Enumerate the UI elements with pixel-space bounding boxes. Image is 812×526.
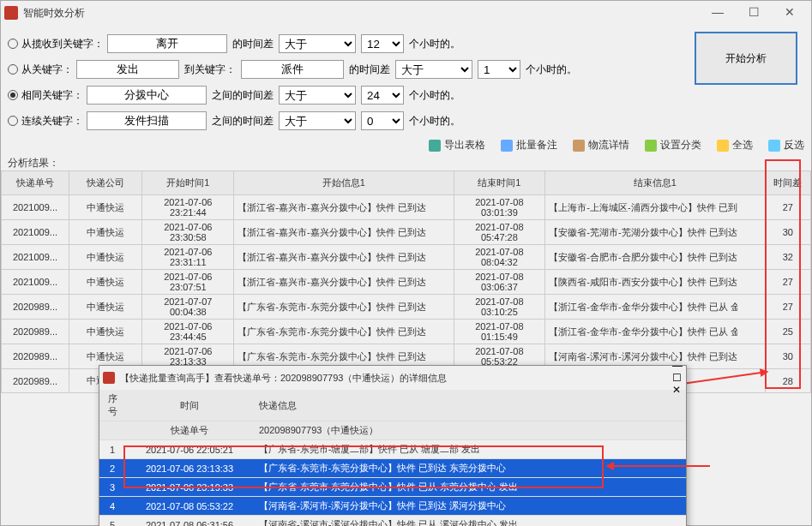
note-icon bbox=[501, 140, 513, 152]
detail-row[interactable]: 42021-07-08 05:53:22【河南省-漯河市-漯河分拨中心】快件 已… bbox=[99, 497, 686, 516]
hours-2[interactable]: 1 bbox=[478, 60, 520, 79]
app-icon bbox=[4, 6, 18, 20]
select-all-button[interactable]: 全选 bbox=[717, 138, 753, 152]
swap-icon bbox=[768, 140, 780, 152]
table-row[interactable]: 2020989...中通快运2021-07-0700:04:38【广东省-东莞市… bbox=[2, 295, 811, 320]
detail-row[interactable]: 32021-07-06 23:19:33【广东省-东莞市-东莞分拨中心】快件 已… bbox=[99, 478, 686, 497]
results-table: 快递单号 快递公司 开始时间1 开始信息1 结束时间1 结束信息1 时间差 20… bbox=[1, 170, 811, 393]
table-row[interactable]: 2020989...中通快运2021-07-0623:44:45【广东省-东莞市… bbox=[2, 320, 811, 344]
export-button[interactable]: 导出表格 bbox=[429, 138, 485, 152]
between-3: 之间的时间差 bbox=[212, 88, 274, 103]
suffix-3: 个小时的。 bbox=[409, 88, 460, 103]
op-1[interactable]: 大于 bbox=[279, 34, 356, 53]
sub-th-idx[interactable]: 序号 bbox=[99, 390, 125, 421]
suffix-4: 个小时的。 bbox=[409, 114, 460, 129]
th-company[interactable]: 快递公司 bbox=[69, 171, 142, 195]
sub-track-label: 快递单号 bbox=[125, 421, 254, 440]
table-row[interactable]: 2021009...中通快运2021-07-0623:30:58【浙江省-嘉兴市… bbox=[2, 220, 811, 245]
logistics-button[interactable]: 物流详情 bbox=[573, 138, 629, 152]
th-diff[interactable]: 时间差 bbox=[765, 171, 810, 195]
sub-title: 【快递批量查询高手】查看快递单号：202098907793（中通快运）的详细信息 bbox=[120, 372, 672, 385]
keyword-1[interactable] bbox=[107, 34, 227, 53]
keyword-2b[interactable] bbox=[241, 60, 344, 79]
truck-icon bbox=[573, 140, 585, 152]
between-1: 的时间差 bbox=[232, 37, 274, 51]
th-starttime[interactable]: 开始时间1 bbox=[142, 171, 234, 195]
th-endinfo[interactable]: 结束信息1 bbox=[545, 171, 765, 195]
sub-app-icon bbox=[103, 372, 115, 384]
close-button[interactable]: ✕ bbox=[772, 1, 808, 25]
filter-row-1: 从揽收到关键字： 的时间差 大于 12 个小时的。 bbox=[8, 32, 804, 56]
label-1: 从揽收到关键字： bbox=[21, 37, 104, 51]
between-4: 之间的时间差 bbox=[212, 114, 274, 129]
batch-note-button[interactable]: 批量备注 bbox=[501, 138, 557, 152]
table-row[interactable]: 2021009...中通快运2021-07-0623:31:11【浙江省-嘉兴市… bbox=[2, 245, 811, 270]
op-2[interactable]: 大于 bbox=[395, 60, 472, 79]
titlebar: 智能时效分析 — ☐ ✕ bbox=[1, 1, 811, 25]
radio-3[interactable] bbox=[8, 90, 18, 100]
table-row[interactable]: 2021009...中通快运2021-07-0623:21:44【浙江省-嘉兴市… bbox=[2, 195, 811, 220]
detail-table: 序号 时间 快递信息 快递单号 202098907793（中通快运） 12021… bbox=[99, 390, 686, 526]
keyword-4[interactable] bbox=[87, 111, 207, 130]
op-4[interactable]: 大于 bbox=[279, 111, 356, 130]
keyword-2a[interactable] bbox=[76, 60, 179, 79]
filter-panel: 从揽收到关键字： 的时间差 大于 12 个小时的。 从关键字： 到关键字： 的时… bbox=[1, 25, 811, 133]
sub-titlebar: 【快递批量查询高手】查看快递单号：202098907793（中通快运）的详细信息… bbox=[99, 366, 686, 390]
maximize-button[interactable]: ☐ bbox=[736, 1, 772, 25]
label-3: 相同关键字： bbox=[21, 88, 83, 103]
minimize-button[interactable]: — bbox=[700, 1, 736, 25]
th-endtime[interactable]: 结束时间1 bbox=[454, 171, 545, 195]
detail-window: 【快递批量查询高手】查看快递单号：202098907793（中通快运）的详细信息… bbox=[99, 365, 687, 526]
op-3[interactable]: 大于 bbox=[279, 86, 356, 105]
detail-row[interactable]: 52021-07-08 06:31:56【河南省-漯河市-漯河分拨中心】快件 已… bbox=[99, 516, 686, 527]
sub-close-button[interactable]: ✕ bbox=[672, 384, 683, 396]
sub-minimize-button[interactable]: — bbox=[672, 360, 683, 372]
sub-th-info[interactable]: 快递信息 bbox=[254, 390, 686, 421]
label-2a: 从关键字： bbox=[21, 63, 73, 77]
radio-2[interactable] bbox=[8, 64, 18, 75]
start-analysis-button[interactable]: 开始分析 bbox=[695, 32, 797, 85]
suffix-1: 个小时的。 bbox=[409, 37, 460, 51]
window-title: 智能时效分析 bbox=[23, 6, 700, 21]
toolbar: 导出表格 批量备注 物流详情 设置分类 全选 反选 bbox=[1, 134, 811, 156]
th-startinfo[interactable]: 开始信息1 bbox=[234, 171, 454, 195]
sub-th-time[interactable]: 时间 bbox=[125, 390, 254, 421]
gear-icon bbox=[645, 140, 657, 152]
bulb-icon bbox=[717, 140, 729, 152]
label-2b: 到关键字： bbox=[184, 63, 236, 77]
sub-track-no: 202098907793（中通快运） bbox=[254, 421, 686, 440]
hours-4[interactable]: 0 bbox=[361, 111, 404, 130]
hours-1[interactable]: 12 bbox=[361, 34, 404, 53]
sub-maximize-button[interactable]: ☐ bbox=[672, 372, 683, 384]
keyword-3[interactable] bbox=[87, 86, 207, 105]
th-no[interactable]: 快递单号 bbox=[2, 171, 69, 195]
radio-4[interactable] bbox=[8, 116, 18, 126]
between-2: 的时间差 bbox=[349, 63, 390, 77]
filter-row-2: 从关键字： 到关键字： 的时间差 大于 1 个小时的。 bbox=[8, 57, 804, 81]
results-label: 分析结果： bbox=[1, 156, 811, 170]
invert-button[interactable]: 反选 bbox=[768, 138, 804, 152]
suffix-2: 个小时的。 bbox=[526, 63, 577, 77]
radio-1[interactable] bbox=[8, 39, 18, 49]
detail-row[interactable]: 22021-07-06 23:13:33【广东省-东莞市-东莞分拨中心】快件 已… bbox=[99, 459, 686, 478]
set-category-button[interactable]: 设置分类 bbox=[645, 138, 701, 152]
filter-row-3: 相同关键字： 之间的时间差 大于 24 个小时的。 bbox=[8, 83, 804, 107]
table-row[interactable]: 2021009...中通快运2021-07-0623:07:51【浙江省-嘉兴市… bbox=[2, 270, 811, 295]
excel-icon bbox=[429, 140, 441, 152]
filter-row-4: 连续关键字： 之间的时间差 大于 0 个小时的。 bbox=[8, 109, 804, 133]
hours-3[interactable]: 24 bbox=[361, 86, 404, 105]
detail-row[interactable]: 12021-07-06 22:05:21【广东省-东莞市-塘厦二部】快件 已从 … bbox=[99, 440, 686, 459]
label-4: 连续关键字： bbox=[21, 114, 83, 129]
